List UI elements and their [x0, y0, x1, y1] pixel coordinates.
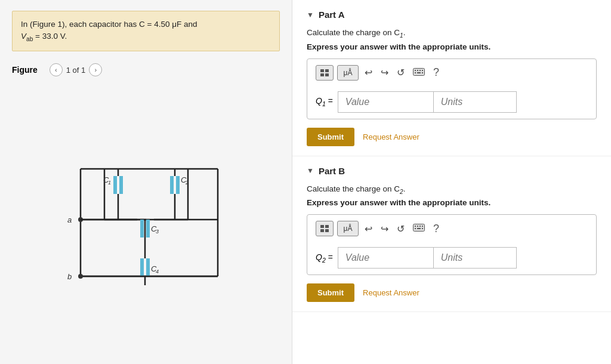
- v-subscript: ab: [26, 36, 33, 42]
- svg-rect-51: [325, 225, 329, 228]
- matrix-icon: [320, 69, 329, 77]
- help-icon-a[interactable]: ?: [433, 66, 439, 79]
- svg-rect-39: [325, 69, 329, 72]
- svg-rect-42: [413, 68, 425, 75]
- nav-page-text: 1 of 1: [66, 66, 86, 75]
- mu-button-b[interactable]: μÅ: [337, 221, 359, 236]
- right-panel: ▼ Part A Calculate the charge on C1. Exp…: [292, 0, 611, 364]
- svg-rect-43: [415, 70, 416, 71]
- part-b-toolbar: μÅ ↩ ↪ ↺ ?: [316, 221, 588, 241]
- part-b-units-input[interactable]: [433, 247, 517, 269]
- part-a-input-row: Q1 =: [316, 91, 588, 113]
- svg-rect-44: [417, 70, 418, 71]
- svg-text:3: 3: [156, 229, 159, 235]
- b-label: b: [67, 272, 72, 281]
- part-b-question: Calculate the charge on C2.: [307, 184, 597, 195]
- figure-section: Figure ‹ 1 of 1 ›: [0, 51, 292, 364]
- keyboard-icon: [413, 68, 425, 76]
- svg-rect-49: [422, 72, 423, 73]
- figure-title: Figure: [12, 65, 38, 75]
- svg-rect-53: [325, 229, 329, 232]
- circuit-diagram: C 3 C 4 C 1 C 2 a b: [45, 127, 248, 312]
- reset-button-a[interactable]: ↺: [394, 66, 407, 79]
- circuit-container: C 3 C 4 C 1 C 2 a b: [12, 81, 280, 358]
- part-a-submit-button[interactable]: Submit: [307, 128, 354, 146]
- part-b-section: ▼ Part B Calculate the charge on C2. Exp…: [292, 156, 611, 313]
- v-rest: = 33.0 V.: [33, 32, 67, 41]
- part-a-value-input[interactable]: [338, 91, 433, 113]
- svg-rect-55: [415, 226, 416, 227]
- matrix-button-a[interactable]: [316, 65, 334, 81]
- part-a-toolbar: μÅ ↩ ↪ ↺ ?: [316, 65, 588, 85]
- svg-rect-46: [422, 70, 423, 71]
- svg-rect-38: [320, 69, 324, 72]
- svg-rect-47: [415, 72, 416, 73]
- svg-rect-54: [413, 224, 425, 232]
- undo-button-a[interactable]: ↩: [362, 66, 375, 79]
- help-icon-b[interactable]: ?: [433, 223, 439, 235]
- part-b-instruction: Express your answer with the appropriate…: [307, 198, 597, 207]
- part-a-title: Part A: [319, 10, 345, 20]
- matrix-icon-b: [320, 224, 329, 233]
- problem-text-line1: In (Figure 1), each capacitor has C = 4.…: [21, 20, 198, 29]
- keyboard-button-b[interactable]: [411, 222, 427, 235]
- part-b-q-label: Q2 =: [316, 252, 333, 264]
- part-a-request-answer-link[interactable]: Request Answer: [363, 132, 419, 141]
- reset-button-b[interactable]: ↺: [394, 222, 407, 236]
- problem-text-line2: Vab = 33.0 V.: [21, 32, 67, 41]
- svg-rect-60: [417, 228, 421, 229]
- svg-rect-59: [415, 228, 416, 229]
- part-a-q-label: Q1 =: [316, 96, 333, 107]
- svg-rect-45: [419, 70, 421, 71]
- nav-prev-button[interactable]: ‹: [50, 63, 63, 76]
- part-a-arrow: ▼: [307, 11, 314, 19]
- part-a-units-input[interactable]: [433, 91, 517, 113]
- redo-button-b[interactable]: ↪: [378, 222, 391, 236]
- nav-next-button[interactable]: ›: [89, 63, 102, 76]
- part-b-action-row: Submit Request Answer: [307, 283, 597, 302]
- svg-rect-40: [320, 73, 324, 76]
- svg-rect-56: [417, 226, 418, 227]
- svg-rect-48: [417, 72, 421, 73]
- svg-rect-41: [325, 73, 329, 76]
- part-b-input-row: Q2 =: [316, 247, 588, 269]
- part-a-question: Calculate the charge on C1.: [307, 28, 597, 39]
- v-symbol: V: [21, 32, 26, 41]
- svg-rect-52: [320, 229, 324, 232]
- part-a-section: ▼ Part A Calculate the charge on C1. Exp…: [292, 0, 611, 156]
- part-a-action-row: Submit Request Answer: [307, 128, 597, 146]
- part-b-title: Part B: [319, 166, 345, 176]
- redo-button-a[interactable]: ↪: [378, 66, 391, 79]
- point-b: [78, 274, 83, 279]
- svg-rect-61: [422, 228, 423, 229]
- mu-button-a[interactable]: μÅ: [337, 65, 359, 81]
- left-panel: In (Figure 1), each capacitor has C = 4.…: [0, 0, 292, 364]
- svg-text:4: 4: [156, 269, 159, 274]
- svg-rect-57: [419, 226, 421, 227]
- keyboard-button-a[interactable]: [411, 66, 427, 79]
- part-a-instruction: Express your answer with the appropriate…: [307, 42, 597, 51]
- problem-statement: In (Figure 1), each capacitor has C = 4.…: [12, 11, 280, 51]
- part-b-value-input[interactable]: [338, 247, 433, 269]
- matrix-button-b[interactable]: [316, 221, 334, 236]
- undo-button-b[interactable]: ↩: [362, 222, 375, 236]
- nav-controls: ‹ 1 of 1 ›: [50, 63, 103, 76]
- part-b-header: ▼ Part B: [307, 166, 597, 176]
- part-a-header: ▼ Part A: [307, 10, 597, 20]
- part-b-arrow: ▼: [307, 166, 314, 175]
- part-b-request-answer-link[interactable]: Request Answer: [363, 288, 419, 297]
- part-a-answer-box: μÅ ↩ ↪ ↺ ?: [307, 58, 597, 119]
- figure-header: Figure ‹ 1 of 1 ›: [12, 63, 280, 76]
- svg-text:2: 2: [185, 180, 189, 186]
- svg-rect-50: [320, 225, 324, 228]
- a-label: a: [67, 215, 72, 224]
- svg-rect-58: [422, 226, 423, 227]
- part-b-submit-button[interactable]: Submit: [307, 283, 354, 302]
- keyboard-icon-b: [413, 224, 425, 232]
- part-b-answer-box: μÅ ↩ ↪ ↺ ?: [307, 214, 597, 275]
- svg-text:1: 1: [108, 180, 111, 186]
